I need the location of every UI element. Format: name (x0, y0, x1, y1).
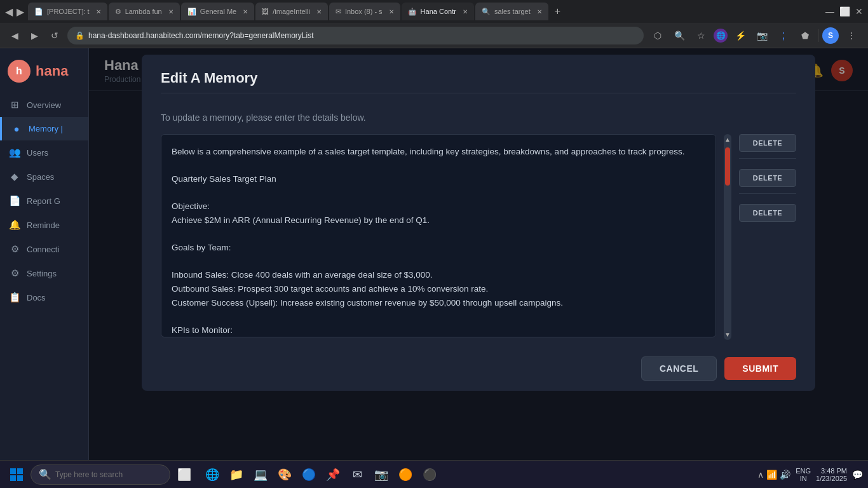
extension-icon-3[interactable]: 📷 (753, 27, 771, 44)
svg-rect-2 (10, 475, 16, 481)
sidebar-item-connect[interactable]: ⚙ Connecti (0, 237, 88, 261)
scroll-up-arrow[interactable]: ▲ (724, 134, 731, 145)
browser-tab-image[interactable]: 🖼 /imageIntelli ✕ (255, 3, 328, 20)
bookmark-icon[interactable]: ☆ (692, 27, 710, 44)
lock-icon: 🔒 (75, 31, 85, 40)
taskbar-app-red[interactable]: 🟠 (394, 463, 417, 486)
edit-memory-dialog: Edit A Memory To update a memory, please… (142, 55, 815, 391)
tab-close-icon[interactable]: ✕ (389, 8, 394, 15)
tab-close-icon[interactable]: ✕ (168, 8, 173, 15)
submit-button[interactable]: SUBMIT (724, 357, 796, 380)
memory-textarea[interactable]: Below is a comprehensive example of a sa… (161, 134, 716, 337)
taskbar-app-pin[interactable]: 📌 (322, 463, 344, 486)
taskbar-up-arrow[interactable]: ∧ (757, 470, 764, 480)
user-profile-icon[interactable]: S (822, 27, 839, 44)
delete-button-1[interactable]: DELETE (739, 134, 796, 152)
extension-icon-1[interactable]: 🌐 (714, 29, 728, 43)
sidebar: h hana ⊞ Overview ● Memory | 👥 Users ◆ S… (0, 48, 89, 488)
minimize-button[interactable]: — (825, 6, 834, 17)
tab-close-icon[interactable]: ✕ (96, 8, 101, 15)
tab-back-button[interactable]: ◀ (5, 6, 13, 18)
browser-tab-general[interactable]: 📊 General Me ✕ (181, 3, 254, 20)
browser-tab-sales[interactable]: 🔍 sales target ✕ (475, 3, 548, 20)
tab-favicon: 📄 (34, 8, 43, 16)
taskbar-sys-icons: ∧ 📶 🔊 (757, 470, 790, 480)
sidebar-item-users[interactable]: 👥 Users (0, 140, 88, 165)
sidebar-item-label: Spaces (27, 172, 54, 182)
taskbar-app-edge[interactable]: 🌐 (201, 463, 224, 486)
tab-label: Inbox (8) - s (345, 8, 383, 15)
menu-button[interactable]: ⋮ (843, 27, 860, 44)
dialog-scrollbar[interactable]: ▲ ▼ (724, 134, 731, 340)
taskbar-app-circle[interactable]: ⚫ (418, 463, 441, 486)
taskbar: 🔍 ⬜ 🌐 📁 💻 🎨 🔵 📌 ✉ 📷 🟠 ⚫ ∧ 📶 🔊 ENGIN 3:48… (0, 460, 868, 488)
extension-icon-5[interactable]: ⬟ (796, 27, 814, 44)
task-view-button[interactable]: ⬜ (173, 463, 196, 486)
screen-share-icon[interactable]: ⬡ (649, 27, 667, 44)
sidebar-item-spaces[interactable]: ◆ Spaces (0, 165, 88, 189)
taskbar-search-bar[interactable]: 🔍 (31, 464, 170, 485)
reportg-icon: 📄 (9, 195, 20, 207)
taskbar-app-camera[interactable]: 📷 (370, 463, 393, 486)
forward-button[interactable]: ▶ (27, 28, 42, 43)
sidebar-item-memory[interactable]: ● Memory | (0, 117, 88, 140)
browser-tab-inbox[interactable]: ✉ Inbox (8) - s ✕ (329, 3, 400, 20)
close-button[interactable]: ✕ (855, 6, 863, 17)
delete-button-2[interactable]: DELETE (739, 169, 796, 187)
memory-icon: ● (11, 123, 22, 134)
tab-close-icon[interactable]: ✕ (537, 8, 542, 15)
sidebar-item-label: Overview (27, 100, 61, 110)
delete-button-3[interactable]: DELETE (739, 204, 796, 222)
taskbar-app-mail[interactable]: ✉ (346, 463, 369, 486)
sidebar-item-label: Docs (27, 293, 46, 302)
tab-close-icon[interactable]: ✕ (316, 8, 322, 15)
reload-button[interactable]: ↺ (47, 28, 62, 43)
taskbar-language: ENGIN (796, 467, 811, 482)
tab-label: General Me (200, 8, 236, 15)
cancel-button[interactable]: CANCEL (641, 356, 717, 381)
sidebar-item-reminder[interactable]: 🔔 Reminde (0, 213, 88, 237)
tab-forward-button[interactable]: ▶ (17, 6, 24, 18)
taskbar-search-input[interactable] (55, 470, 157, 479)
dialog-title: Edit A Memory (161, 70, 796, 86)
sidebar-item-reportg[interactable]: 📄 Report G (0, 189, 88, 213)
taskbar-network-icon[interactable]: 📶 (766, 470, 777, 480)
tab-close-icon[interactable]: ✕ (463, 8, 468, 15)
taskbar-app-git[interactable]: 🎨 (273, 463, 296, 486)
delete-panel: DELETE DELETE DELETE (739, 134, 796, 340)
back-button[interactable]: ◀ (8, 28, 22, 43)
extension-icon-2[interactable]: ⚡ (731, 27, 749, 44)
tab-close-icon[interactable]: ✕ (243, 8, 248, 15)
scrollbar-thumb[interactable] (725, 147, 730, 186)
sidebar-item-overview[interactable]: ⊞ Overview (0, 93, 88, 117)
sidebar-item-label: Reminde (27, 220, 60, 230)
sidebar-item-docs[interactable]: 📋 Docs (0, 285, 88, 309)
logo-ana: ana (44, 63, 68, 79)
taskbar-app-explorer[interactable]: 📁 (225, 463, 248, 486)
tab-label: Lambda fun (125, 8, 162, 15)
browser-tab-hana[interactable]: 🤖 Hana Contr ✕ (402, 3, 474, 20)
scroll-down-arrow[interactable]: ▼ (724, 329, 731, 340)
browser-tab-lambda[interactable]: ⚙ Lambda fun ✕ (109, 3, 180, 20)
tab-favicon: ✉ (336, 8, 341, 16)
svg-rect-3 (17, 475, 23, 481)
svg-rect-1 (17, 468, 23, 474)
maximize-button[interactable]: ⬜ (839, 6, 850, 17)
taskbar-volume-icon[interactable]: 🔊 (780, 470, 790, 480)
sidebar-item-label: Users (27, 148, 48, 158)
sidebar-item-label: Memory | (29, 124, 63, 133)
extension-icon-4[interactable]: ; (775, 27, 792, 44)
taskbar-notification-icon[interactable]: 💬 (852, 470, 863, 480)
taskbar-app-chrome[interactable]: 🔵 (297, 463, 320, 486)
settings-icon: ⚙ (9, 268, 20, 279)
start-button[interactable] (5, 463, 28, 486)
address-bar[interactable]: 🔒 hana-dashboard.hanabitech.com/memory?t… (67, 27, 644, 44)
taskbar-app-vscode[interactable]: 💻 (249, 463, 272, 486)
search-icon[interactable]: 🔍 (670, 27, 688, 44)
delete-section-3: DELETE (739, 204, 796, 222)
new-tab-button[interactable]: + (550, 6, 566, 17)
tab-label: [PROJECT]: t (47, 8, 90, 15)
browser-tab-project[interactable]: 📄 [PROJECT]: t ✕ (28, 3, 107, 20)
sidebar-item-settings[interactable]: ⚙ Settings (0, 261, 88, 285)
sidebar-item-label: Report G (27, 196, 60, 206)
